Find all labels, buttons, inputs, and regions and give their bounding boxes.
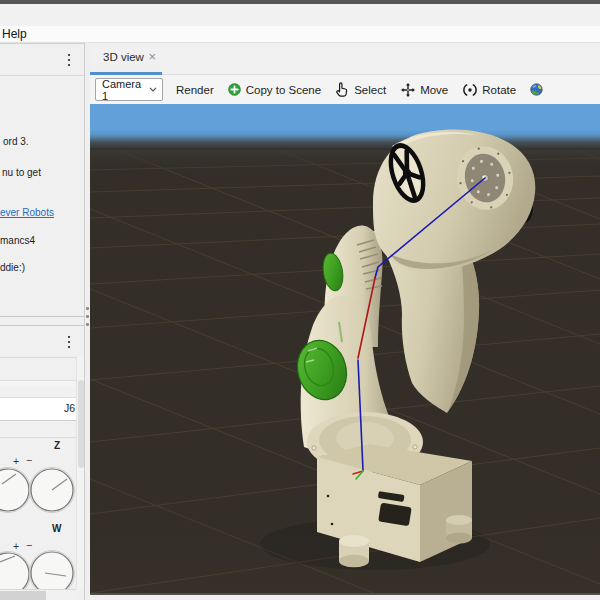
note-line: nu to get — [2, 167, 41, 178]
jog-dials — [0, 438, 84, 589]
tab-label: 3D view — [103, 51, 144, 63]
main-panel: 3D view × Camera 1 Render Copy to Scene … — [90, 43, 600, 600]
joint-select-field[interactable]: J6 — [0, 398, 76, 421]
scrollbar-thumb[interactable] — [0, 591, 46, 600]
joint-select-value: J6 — [64, 402, 75, 414]
viewport-toolbar: Camera 1 Render Copy to Scene Select — [90, 75, 600, 104]
tab-3d-view[interactable]: 3D view × — [90, 43, 162, 74]
overflow-menu-icon[interactable] — [62, 331, 76, 353]
robot-model[interactable] — [260, 129, 538, 570]
3d-viewport[interactable] — [90, 104, 600, 593]
select-tool-button[interactable]: Select — [336, 82, 386, 97]
3d-scene — [90, 104, 600, 593]
menubar: Help — [0, 26, 600, 43]
copy-to-scene-button[interactable]: Copy to Scene — [228, 83, 321, 96]
note-line: ddie:) — [0, 262, 25, 273]
tab-close-icon[interactable]: × — [148, 50, 156, 63]
sidebar-section2-header — [0, 325, 84, 358]
rotate-tool-button[interactable]: Rotate — [463, 83, 516, 97]
move-tool-button[interactable]: Move — [401, 83, 448, 97]
note-line: ord 3. — [3, 136, 29, 147]
add-circle-icon — [228, 83, 241, 96]
left-sidebar: ord 3. nu to get ever Robots mancs4 ddie… — [0, 43, 84, 600]
note-line: mancs4 — [0, 235, 35, 246]
sidebar-section1-header — [0, 44, 84, 76]
horizontal-scrollbar[interactable] — [0, 589, 76, 600]
jog-dial-w[interactable] — [31, 552, 73, 589]
control-row — [0, 421, 76, 438]
hand-pointer-icon — [336, 82, 349, 97]
world-view-button[interactable] — [530, 83, 543, 96]
move-tool-label: Move — [420, 84, 448, 96]
copy-to-scene-label: Copy to Scene — [246, 84, 321, 96]
rotate-icon — [463, 83, 477, 97]
render-button[interactable]: Render — [176, 84, 214, 96]
move-arrows-icon — [401, 83, 415, 97]
chevron-down-icon — [149, 87, 157, 92]
globe-icon — [530, 83, 543, 96]
menu-item-help[interactable]: Help — [0, 27, 31, 41]
statusbar-gap — [90, 595, 600, 600]
rotate-tool-label: Rotate — [482, 84, 516, 96]
select-tool-label: Select — [354, 84, 386, 96]
overflow-menu-icon[interactable] — [62, 49, 76, 71]
camera-select[interactable]: Camera 1 — [95, 78, 163, 101]
tab-bar: 3D view × — [90, 43, 600, 75]
control-row — [0, 387, 76, 398]
camera-select-value: Camera 1 — [102, 78, 149, 102]
sidebar-notes: ord 3. nu to get ever Robots mancs4 ddie… — [0, 76, 84, 317]
titlebar — [0, 4, 600, 26]
note-link[interactable]: ever Robots — [0, 207, 54, 218]
